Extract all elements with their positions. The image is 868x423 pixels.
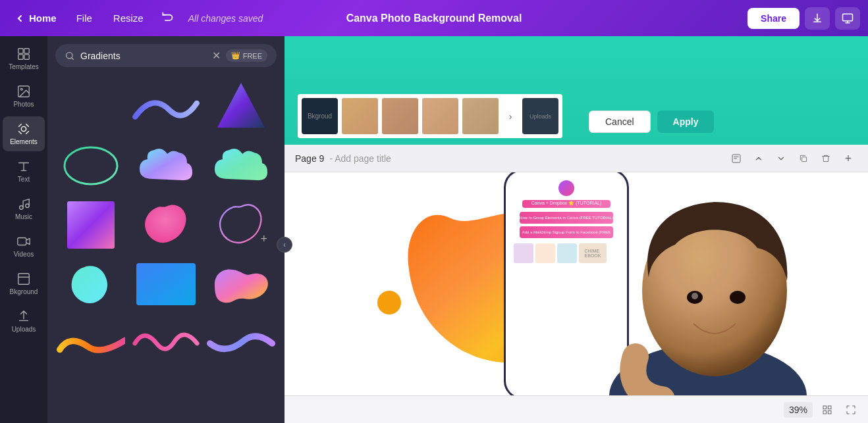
svg-rect-1 — [18, 49, 23, 53]
gradient-brush-stroke-3[interactable] — [207, 317, 275, 370]
copy-page-button[interactable] — [794, 149, 813, 168]
copy-icon — [799, 154, 808, 163]
gradient-brush-stroke-2[interactable] — [57, 317, 125, 370]
gradient-triangle[interactable] — [207, 80, 275, 133]
templates-icon — [16, 47, 31, 61]
person-svg — [596, 172, 820, 395]
sidebar-item-photos[interactable]: Photos — [3, 79, 45, 114]
home-label: Home — [29, 12, 57, 24]
zoom-level[interactable]: 39% — [784, 402, 813, 418]
left-sidebar: Templates Photos Elements Text Music Vid… — [0, 36, 47, 423]
sidebar-item-uploads[interactable]: Uploads — [3, 304, 45, 339]
music-icon — [16, 197, 31, 211]
thumbnail-uploads[interactable]: Uploads — [522, 98, 558, 134]
gradient-blob-outline[interactable]: + — [207, 199, 275, 251]
person-photo[interactable] — [596, 172, 820, 395]
gradient-cloud-blob-1[interactable] — [132, 139, 200, 192]
background-icon — [16, 272, 31, 286]
svg-point-24 — [730, 291, 746, 304]
search-input[interactable] — [80, 51, 207, 61]
videos-icon — [16, 234, 31, 249]
panel-collapse-button[interactable]: ‹ — [277, 237, 292, 253]
svg-rect-26 — [823, 406, 827, 409]
gradient-oval-outline[interactable] — [57, 139, 125, 192]
cancel-button[interactable]: Cancel — [589, 111, 651, 133]
svg-point-6 — [20, 88, 22, 90]
svg-rect-2 — [24, 49, 29, 53]
gradient-plus-element[interactable] — [57, 80, 125, 133]
sidebar-item-elements[interactable]: Elements — [3, 116, 45, 151]
download-icon — [811, 12, 823, 24]
undo-button[interactable] — [157, 7, 178, 30]
thumbnail-container: Bkgroud › Uploads — [298, 94, 562, 138]
thumbnail-person-3[interactable] — [422, 98, 458, 134]
gradient-long-blob[interactable] — [207, 258, 275, 311]
search-icon — [65, 51, 75, 61]
gradient-cloud-blob-2[interactable] — [207, 139, 275, 192]
file-menu-button[interactable]: File — [68, 9, 100, 28]
yellow-circle[interactable] — [377, 291, 401, 314]
thumbnail-dark[interactable]: Bkgroud — [302, 98, 338, 134]
sidebar-item-text[interactable]: Text — [3, 154, 45, 189]
fullscreen-icon — [846, 405, 856, 415]
elements-grid: + — [47, 75, 285, 375]
svg-rect-11 — [18, 274, 30, 285]
page-number: Page 9 — [295, 153, 324, 164]
document-title: Canva Photo Background Removal — [346, 12, 522, 24]
undo-icon — [161, 11, 174, 24]
page-bar: Page 9 - Add page title + — [285, 145, 868, 172]
sidebar-item-background[interactable]: Bkground — [3, 266, 45, 301]
trash-icon — [821, 154, 830, 163]
svg-point-7 — [21, 126, 26, 131]
chevron-up-icon — [754, 154, 763, 163]
move-down-button[interactable] — [772, 149, 790, 168]
download-button[interactable] — [805, 7, 830, 30]
gradient-square[interactable] — [57, 199, 125, 251]
grid-view-button[interactable] — [818, 401, 836, 419]
delete-page-button[interactable] — [817, 149, 835, 168]
svg-rect-18 — [136, 263, 196, 305]
sidebar-item-videos[interactable]: Videos — [3, 229, 45, 264]
gradient-blob-pink[interactable] — [132, 199, 200, 251]
nav-right-actions: Share — [747, 7, 860, 30]
music-label: Music — [15, 213, 32, 221]
chevron-left-icon — [14, 13, 25, 24]
elements-label: Elements — [10, 138, 38, 146]
free-filter-badge[interactable]: FREE — [226, 49, 267, 62]
add-page-title[interactable]: - Add page title — [329, 153, 391, 164]
elements-icon — [16, 122, 31, 136]
sidebar-item-music[interactable]: Music — [3, 191, 45, 226]
search-bar: ✕ FREE — [55, 44, 277, 67]
chevron-down-icon — [776, 154, 786, 163]
sidebar-item-templates[interactable]: Templates — [3, 41, 45, 76]
move-up-button[interactable] — [749, 149, 768, 168]
svg-rect-3 — [18, 55, 23, 59]
text-icon — [16, 159, 31, 174]
thumbnail-person-1[interactable] — [342, 98, 378, 134]
uploads-label: Uploads — [12, 326, 36, 334]
svg-rect-27 — [828, 406, 831, 409]
templates-label: Templates — [9, 63, 39, 71]
notes-icon — [731, 153, 742, 164]
gradient-rectangle-blue[interactable] — [132, 258, 200, 311]
gradient-squiggle[interactable] — [132, 317, 200, 370]
present-button[interactable] — [835, 7, 860, 30]
search-clear-button[interactable]: ✕ — [212, 49, 221, 62]
svg-rect-17 — [67, 201, 115, 249]
apply-button[interactable]: Apply — [657, 111, 715, 133]
home-button[interactable]: Home — [8, 9, 63, 28]
svg-rect-4 — [24, 55, 29, 59]
thumbnail-person-2[interactable] — [382, 98, 418, 134]
add-page-button[interactable]: + — [839, 149, 857, 168]
gradient-brush-stroke-1[interactable] — [132, 80, 200, 133]
background-label: Bkground — [10, 288, 38, 296]
notes-button[interactable] — [727, 149, 746, 168]
gradient-fluid-blob-teal[interactable] — [57, 258, 125, 311]
thumbnail-person-4[interactable] — [462, 98, 499, 134]
fullscreen-button[interactable] — [842, 401, 860, 419]
thumbnail-next-arrow[interactable]: › — [502, 109, 518, 124]
share-button[interactable]: Share — [747, 8, 800, 29]
resize-button[interactable]: Resize — [105, 9, 151, 28]
phone-avatar — [558, 180, 574, 196]
svg-rect-28 — [823, 411, 827, 414]
